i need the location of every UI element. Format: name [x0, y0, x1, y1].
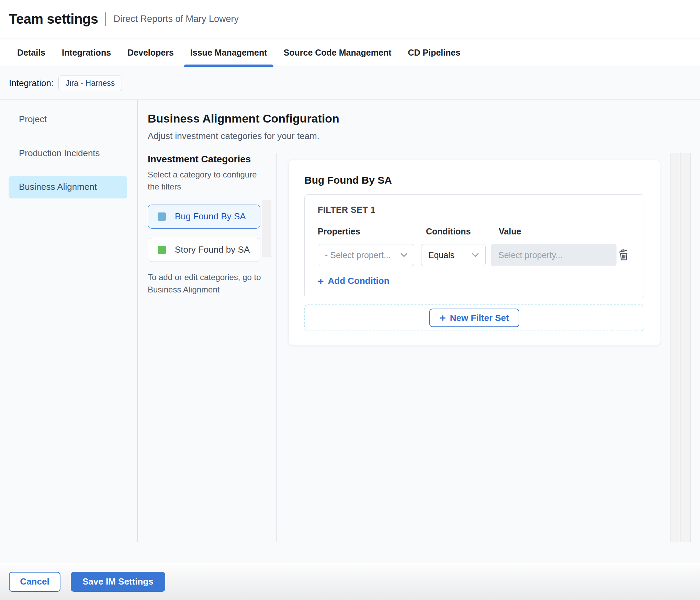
conditions-column-label: Conditions — [426, 227, 499, 236]
categories-heading: Investment Categories — [148, 154, 262, 165]
sidebar-item-production-incidents[interactable]: Production Incidents — [9, 142, 127, 164]
new-filter-set-dropzone: + New Filter Set — [304, 304, 644, 331]
trash-icon — [618, 248, 630, 261]
integration-bar: Integration: Jira - Harness — [0, 67, 700, 100]
section-subtitle: Adjust investment categories for your te… — [148, 131, 339, 141]
new-filter-set-label: New Filter Set — [450, 313, 509, 323]
plus-icon: + — [318, 276, 324, 286]
page-title: Team settings — [9, 11, 98, 27]
filter-set-1: FILTER SET 1 Properties Conditions Value… — [304, 194, 644, 298]
add-condition-button[interactable]: + Add Condition — [318, 276, 389, 286]
category-color-swatch — [158, 212, 166, 221]
properties-select[interactable]: - Select propert... — [318, 244, 414, 266]
value-column-label: Value — [499, 227, 521, 236]
new-filter-set-button[interactable]: + New Filter Set — [429, 309, 519, 327]
categories-description: Select a category to configure the filte… — [148, 169, 262, 193]
settings-sidebar: Project Production Incidents Business Al… — [9, 108, 127, 210]
filter-card-title: Bug Found By SA — [304, 174, 644, 186]
tab-developers[interactable]: Developers — [119, 38, 182, 67]
sidebar-divider — [137, 100, 138, 542]
tab-source-code-management[interactable]: Source Code Management — [275, 38, 400, 67]
integration-label: Integration: — [9, 78, 54, 89]
categories-divider — [276, 153, 277, 542]
conditions-select[interactable]: Equals — [421, 244, 486, 266]
category-label: Bug Found By SA — [175, 211, 246, 222]
section-title: Business Alignment Configuration — [148, 112, 339, 125]
plus-icon: + — [440, 313, 446, 323]
section-header: Business Alignment Configuration Adjust … — [148, 112, 339, 141]
category-story-found-by-sa[interactable]: Story Found by SA — [148, 238, 260, 262]
tab-details[interactable]: Details — [9, 38, 54, 67]
page-header: Team settings Direct Reports of Mary Low… — [0, 0, 700, 38]
tab-bar: Details Integrations Developers Issue Ma… — [0, 38, 700, 67]
conditions-select-value: Equals — [428, 250, 454, 260]
category-bug-found-by-sa[interactable]: Bug Found By SA — [148, 205, 260, 229]
chevron-down-icon — [472, 253, 479, 257]
properties-column-label: Properties — [318, 227, 426, 236]
category-list: Bug Found By SA Story Found by SA — [148, 205, 262, 262]
add-condition-label: Add Condition — [328, 276, 389, 286]
tab-integrations[interactable]: Integrations — [54, 38, 119, 67]
investment-categories-panel: Investment Categories Select a category … — [148, 154, 262, 296]
filter-condition-row: - Select propert... Equals — [318, 244, 631, 266]
page-scrollbar-track[interactable] — [680, 153, 691, 542]
filter-set-title: FILTER SET 1 — [318, 205, 631, 215]
cancel-button[interactable]: Cancel — [9, 572, 60, 592]
sidebar-item-business-alignment[interactable]: Business Alignment — [9, 176, 127, 198]
delete-condition-button[interactable] — [617, 247, 631, 264]
footer-action-bar: Cancel Save IM Settings — [0, 563, 700, 600]
panel-scrollbar-track[interactable] — [670, 153, 679, 542]
team-settings-page: Team settings Direct Reports of Mary Low… — [0, 0, 700, 600]
category-label: Story Found by SA — [175, 244, 250, 255]
page-subtitle: Direct Reports of Mary Lowery — [114, 14, 239, 24]
value-input[interactable] — [491, 244, 617, 266]
category-list-scrollbar[interactable] — [262, 200, 271, 257]
filter-column-headers: Properties Conditions Value — [318, 227, 631, 236]
save-im-settings-button[interactable]: Save IM Settings — [71, 572, 165, 592]
sidebar-item-project[interactable]: Project — [9, 108, 127, 130]
properties-select-value: - Select propert... — [325, 250, 391, 260]
integration-chip[interactable]: Jira - Harness — [58, 75, 122, 91]
categories-note: To add or edit categories, go to Busines… — [148, 271, 262, 296]
chevron-down-icon — [400, 253, 408, 257]
filter-config-card: Bug Found By SA FILTER SET 1 Properties … — [289, 160, 660, 345]
tab-cd-pipelines[interactable]: CD Pipelines — [400, 38, 469, 67]
title-separator — [105, 12, 106, 26]
tab-issue-management[interactable]: Issue Management — [182, 38, 275, 67]
category-color-swatch — [158, 246, 166, 254]
